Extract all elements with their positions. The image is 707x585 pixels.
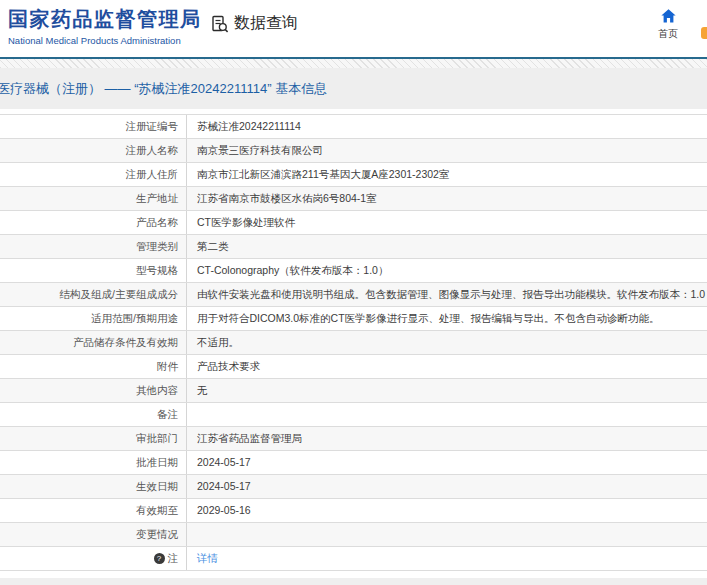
row-label-text: 注 [168,547,179,570]
row-label: 生效日期 [0,475,187,498]
row-value: 江苏省药品监督管理局 [187,427,707,450]
row-label: 产品储存条件及有效期 [0,331,187,354]
logo[interactable]: 国家药品监督管理局 National Medical Products Admi… [8,6,202,46]
nav-data-query[interactable]: 数据查询 [210,13,298,34]
row-value: 用于对符合DICOM3.0标准的CT医学影像进行显示、处理、报告编辑与导出。不包… [187,307,707,330]
row-value: 不适用。 [187,331,707,354]
note-icon: ? [154,553,165,564]
data-query-icon [210,14,230,34]
table-row: 生效日期2024-05-17 [0,475,707,499]
row-label: 其他内容 [0,379,187,402]
table-row: 注册人名称南京景三医疗科技有限公司 [0,139,707,163]
row-value: 苏械注准20242211114 [187,115,707,138]
table-row: 有效期至2029-05-16 [0,499,707,523]
row-label: 注册人住所 [0,163,187,186]
detail-link[interactable]: 详情 [197,552,218,564]
row-value: 无 [187,379,707,402]
nav-home-label: 首页 [651,27,685,41]
row-label: 附件 [0,355,187,378]
table-row: 其他内容无 [0,379,707,403]
row-label: 适用范围/预期用途 [0,307,187,330]
footer-band [0,578,707,585]
logo-title: 国家药品监督管理局 [8,6,202,33]
row-value: 2024-05-17 [187,475,707,498]
site-header: 国家药品监督管理局 National Medical Products Admi… [0,0,707,57]
home-icon [651,8,685,24]
row-label: 生产地址 [0,187,187,210]
table-row: 备注 [0,403,707,427]
row-label: 批准日期 [0,451,187,474]
row-label: 结构及组成/主要组成成分 [0,283,187,306]
row-label: 备注 [0,403,187,426]
table-row: 变更情况 [0,523,707,547]
table-row: 管理类别第二类 [0,235,707,259]
table-row: 适用范围/预期用途用于对符合DICOM3.0标准的CT医学影像进行显示、处理、报… [0,307,707,331]
table-row: 注册人住所南京市江北新区浦滨路211号基因大厦A座2301-2302室 [0,163,707,187]
table-row: 产品名称CT医学影像处理软件 [0,211,707,235]
row-label: 管理类别 [0,235,187,258]
table-row: 批准日期2024-05-17 [0,451,707,475]
nav-home[interactable]: 首页 [651,8,685,41]
row-value: 南京市江北新区浦滨路211号基因大厦A座2301-2302室 [187,163,707,186]
logo-subtitle: National Medical Products Administration [8,35,202,46]
table-row: 型号规格CT-Colonography（软件发布版本：1.0） [0,259,707,283]
hatch-band [0,59,707,68]
row-label: 审批部门 [0,427,187,450]
row-value: CT-Colonography（软件发布版本：1.0） [187,259,707,282]
partial-nav-icon [701,27,707,39]
row-label: 变更情况 [0,523,187,546]
info-table: 注册证编号苏械注准20242211114注册人名称南京景三医疗科技有限公司注册人… [0,114,707,571]
row-label: 产品名称 [0,211,187,234]
title-bar: 医疗器械（注册） —— “苏械注准20242211114” 基本信息 [0,68,707,109]
table-row: 注册证编号苏械注准20242211114 [0,115,707,139]
table-row: 附件产品技术要求 [0,355,707,379]
row-value [187,403,707,426]
row-value: CT医学影像处理软件 [187,211,707,234]
row-label: 注册证编号 [0,115,187,138]
page-title: 医疗器械（注册） —— “苏械注准20242211114” 基本信息 [0,80,327,98]
row-label: ?注 [0,547,187,570]
table-row: 结构及组成/主要组成成分由软件安装光盘和使用说明书组成。包含数据管理、图像显示与… [0,283,707,307]
row-value: 2029-05-16 [187,499,707,522]
nav-data-query-label: 数据查询 [234,13,298,34]
table-row: 审批部门江苏省药品监督管理局 [0,427,707,451]
row-value: 南京景三医疗科技有限公司 [187,139,707,162]
row-label: 有效期至 [0,499,187,522]
row-value [187,523,707,546]
row-value: 详情 [187,547,707,570]
row-value: 第二类 [187,235,707,258]
table-row: 生产地址江苏省南京市鼓楼区水佑岗6号804-1室 [0,187,707,211]
row-value: 江苏省南京市鼓楼区水佑岗6号804-1室 [187,187,707,210]
row-value: 由软件安装光盘和使用说明书组成。包含数据管理、图像显示与处理、报告导出功能模块。… [187,283,707,306]
row-value: 2024-05-17 [187,451,707,474]
table-row: 产品储存条件及有效期不适用。 [0,331,707,355]
row-label: 型号规格 [0,259,187,282]
row-label: 注册人名称 [0,139,187,162]
row-value: 产品技术要求 [187,355,707,378]
table-row: ?注详情 [0,547,707,571]
